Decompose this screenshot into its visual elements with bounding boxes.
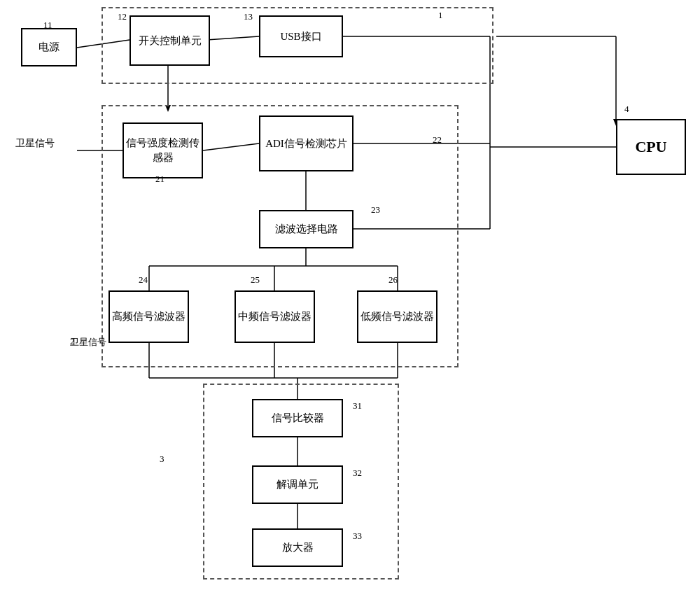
label-24: 24 bbox=[139, 274, 148, 286]
filter-select-box: 滤波选择电路 bbox=[259, 210, 354, 248]
satellite-signal-label: 卫星信号 bbox=[15, 137, 55, 150]
label-11: 11 bbox=[43, 20, 52, 31]
signal-comparator-box: 信号比较器 bbox=[252, 399, 343, 437]
label-4: 4 bbox=[624, 104, 629, 115]
high-filter-box: 高频信号滤波器 bbox=[108, 290, 189, 343]
diagram: 电源 开关控制单元 USB接口 CPU 信号强度检测传感器 ADI信号检测芯片 … bbox=[0, 0, 700, 611]
usb-box: USB接口 bbox=[259, 15, 343, 57]
label-13: 13 bbox=[244, 11, 253, 22]
demod-box: 解调单元 bbox=[252, 465, 343, 504]
label-1: 1 bbox=[438, 10, 443, 21]
switch-ctrl-box: 开关控制单元 bbox=[130, 15, 210, 66]
cpu-box: CPU bbox=[616, 119, 686, 175]
label-33: 33 bbox=[353, 531, 362, 542]
label-22: 22 bbox=[433, 134, 442, 146]
label-21: 21 bbox=[155, 174, 164, 185]
label-3: 3 bbox=[160, 454, 164, 465]
label-26: 26 bbox=[388, 274, 398, 286]
signal-sensor-box: 信号强度检测传感器 bbox=[122, 122, 203, 178]
label-23: 23 bbox=[371, 204, 380, 216]
adi-chip-box: ADI信号检测芯片 bbox=[259, 115, 354, 171]
label-2: 2 bbox=[70, 336, 75, 347]
mid-filter-box: 中频信号滤波器 bbox=[234, 290, 315, 343]
low-filter-box: 低频信号滤波器 bbox=[357, 290, 438, 343]
amplifier-box: 放大器 bbox=[252, 528, 343, 567]
label-12: 12 bbox=[118, 11, 127, 22]
power-box: 电源 bbox=[21, 28, 77, 66]
label-32: 32 bbox=[353, 468, 362, 479]
label-region-2: 卫星信号 bbox=[70, 336, 106, 349]
label-31: 31 bbox=[353, 400, 362, 412]
label-25: 25 bbox=[251, 274, 260, 286]
